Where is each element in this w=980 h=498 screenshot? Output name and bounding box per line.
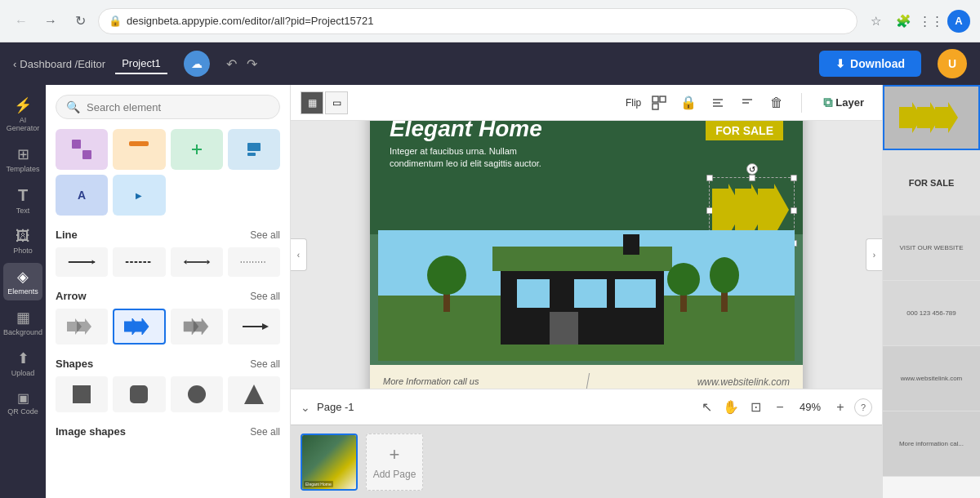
sidebar-item-upload[interactable]: ⬆ Upload bbox=[3, 345, 42, 382]
project-tab[interactable]: Project1 bbox=[115, 54, 167, 74]
line-item-2[interactable] bbox=[113, 247, 165, 277]
sidebar-item-qrcode[interactable]: ▣ QR Code bbox=[3, 385, 42, 420]
right-thumb-arrows[interactable] bbox=[883, 85, 980, 150]
arrow-item-1[interactable] bbox=[56, 309, 108, 345]
design-canvas[interactable]: Elegant Home Integer at faucibus urna. N… bbox=[370, 121, 803, 389]
right-collapse-button[interactable]: › bbox=[866, 238, 882, 271]
shape-circle[interactable] bbox=[171, 376, 223, 412]
line-see-all[interactable]: See all bbox=[250, 229, 280, 241]
arrow-see-all[interactable]: See all bbox=[250, 291, 280, 302]
redo-button[interactable]: ↷ bbox=[243, 53, 261, 75]
svg-rect-1 bbox=[82, 140, 91, 149]
search-icon: 🔍 bbox=[66, 100, 80, 113]
cloud-save-button[interactable]: ☁ bbox=[184, 51, 210, 77]
reload-button[interactable]: ↻ bbox=[69, 10, 91, 33]
sidebar-label-upload: Upload bbox=[11, 369, 35, 377]
rotate-handle[interactable]: ↺ bbox=[746, 163, 758, 175]
delete-button[interactable]: 🗑 bbox=[765, 91, 788, 114]
image-shapes-section-header: Image shapes See all bbox=[56, 425, 280, 438]
sidebar-item-ai-generator[interactable]: ⚡ AIGenerator bbox=[3, 91, 42, 137]
pan-tool-button[interactable]: ✋ bbox=[720, 397, 742, 418]
thumb-forsale-label: FOR SALE bbox=[909, 178, 955, 188]
shape-rounded-rect[interactable] bbox=[113, 376, 165, 412]
user-avatar[interactable]: U bbox=[938, 49, 967, 78]
shapes-see-all[interactable]: See all bbox=[250, 358, 280, 370]
right-thumb-moreinfo[interactable]: More information cal... bbox=[883, 411, 980, 477]
flip-label[interactable]: Flip bbox=[626, 97, 641, 109]
dashboard-nav[interactable]: ‹ Dashboard /Editor bbox=[13, 58, 105, 70]
left-collapse-button[interactable]: ‹ bbox=[291, 238, 307, 271]
view-btn-grid[interactable]: ▦ bbox=[301, 91, 323, 114]
back-button[interactable]: ← bbox=[10, 10, 33, 33]
right-thumb-phone[interactable]: 000 123 456-789 bbox=[883, 281, 980, 346]
sidebar-item-text[interactable]: T Text bbox=[3, 181, 42, 220]
qrcode-icon: ▣ bbox=[17, 390, 29, 406]
page-thumb-1[interactable]: Elegant Home bbox=[301, 434, 358, 491]
canvas-center: Elegant Home Integer at faucibus urna. N… bbox=[315, 137, 858, 372]
sidebar-label-text: Text bbox=[16, 207, 30, 215]
handle-mr[interactable] bbox=[791, 207, 797, 214]
undo-button[interactable]: ↶ bbox=[223, 53, 240, 75]
svg-marker-64 bbox=[935, 102, 958, 133]
line-item-3[interactable] bbox=[171, 247, 223, 277]
star-icon[interactable]: ☆ bbox=[864, 10, 887, 33]
download-icon: ⬇ bbox=[835, 57, 845, 70]
template-item-6[interactable]: ▶ bbox=[113, 175, 165, 216]
nav-label: Dashboard /Editor bbox=[20, 58, 105, 70]
sidebar-item-elements[interactable]: ◈ Elements bbox=[3, 263, 42, 300]
zoom-in-button[interactable]: + bbox=[830, 397, 851, 418]
sidebar-item-background[interactable]: ▦ Background bbox=[3, 304, 42, 341]
layer-button[interactable]: ⧉ Layer bbox=[815, 92, 872, 113]
view-btn-list[interactable]: ▭ bbox=[325, 91, 348, 114]
profile-menu-icon[interactable]: ⋮⋮ bbox=[920, 10, 942, 33]
download-button[interactable]: ⬇ Download bbox=[819, 51, 921, 77]
svg-rect-37 bbox=[660, 96, 666, 102]
shape-square[interactable] bbox=[56, 376, 108, 412]
sidebar-item-templates[interactable]: ⊞ Templates bbox=[3, 140, 42, 178]
right-thumb-forsale[interactable]: FOR SALE bbox=[883, 150, 980, 216]
handle-tr[interactable] bbox=[791, 175, 797, 181]
extensions-icon[interactable]: 🧩 bbox=[892, 10, 915, 33]
template-item-1[interactable] bbox=[56, 129, 108, 170]
canvas-area: ▦ ▭ Flip 🔒 🗑 ⧉ Layer ‹ bbox=[291, 85, 882, 498]
more-options-button[interactable] bbox=[736, 91, 759, 114]
zoom-level: 49% bbox=[794, 401, 826, 413]
zoom-out-button[interactable]: − bbox=[769, 397, 791, 418]
page-collapse-button[interactable]: ⌄ bbox=[301, 401, 310, 414]
template-grid: A ▶ bbox=[56, 129, 280, 216]
sidebar-item-photo[interactable]: 🖼 Photo bbox=[3, 223, 42, 260]
footer-divider bbox=[583, 373, 589, 389]
add-page-button[interactable]: + Add Page bbox=[366, 434, 423, 491]
page-label: Page -1 bbox=[317, 401, 354, 413]
svg-rect-51 bbox=[517, 279, 550, 308]
arrow-item-2[interactable] bbox=[113, 309, 165, 345]
select-tool-button[interactable]: ↖ bbox=[696, 397, 717, 418]
search-input[interactable] bbox=[87, 101, 270, 113]
profile-avatar[interactable]: A bbox=[947, 10, 970, 33]
right-thumb-visit[interactable]: VISIT OUR WEBSITE bbox=[883, 216, 980, 281]
zoom-help-button[interactable]: ? bbox=[854, 398, 872, 416]
line-item-1[interactable] bbox=[56, 247, 108, 277]
svg-rect-0 bbox=[72, 140, 81, 149]
template-item-5[interactable]: A bbox=[56, 175, 108, 216]
line-item-4[interactable] bbox=[228, 247, 280, 277]
forward-button[interactable]: → bbox=[39, 10, 62, 33]
crop-tool-button[interactable]: ⊡ bbox=[745, 397, 766, 418]
svg-rect-36 bbox=[653, 96, 658, 102]
template-item-4[interactable] bbox=[228, 129, 280, 170]
svg-rect-52 bbox=[574, 279, 607, 308]
shape-triangle[interactable] bbox=[228, 376, 280, 412]
arrow-item-3[interactable] bbox=[171, 309, 223, 345]
lock-button[interactable]: 🔒 bbox=[677, 91, 700, 114]
align-button[interactable] bbox=[706, 91, 729, 114]
right-thumb-website[interactable]: www.websitelink.com bbox=[883, 346, 980, 411]
template-item-3[interactable] bbox=[171, 129, 223, 170]
arrow-item-4[interactable] bbox=[228, 309, 280, 345]
shapes-grid bbox=[56, 376, 280, 412]
address-bar[interactable]: 🔒 designbeta.appypie.com/editor/all?pid=… bbox=[98, 8, 858, 34]
image-shapes-see-all[interactable]: See all bbox=[250, 426, 280, 438]
template-item-2[interactable] bbox=[113, 129, 165, 170]
svg-marker-25 bbox=[77, 318, 91, 335]
svg-rect-11 bbox=[247, 143, 261, 151]
arrange-button[interactable] bbox=[648, 91, 670, 114]
